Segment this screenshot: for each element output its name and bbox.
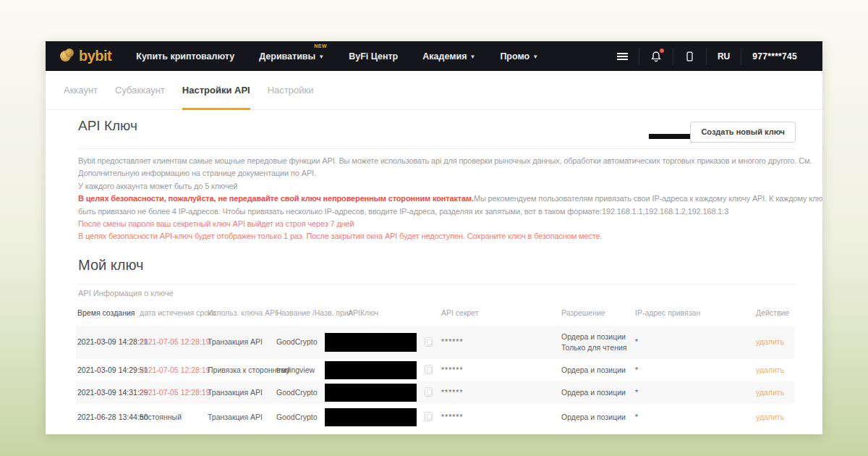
chevron-down-icon: ▼ bbox=[469, 54, 475, 60]
key-usage: Транзакция API bbox=[208, 413, 263, 421]
top-navbar: bybit Купить криптовалюту Деривативы▼NEW… bbox=[46, 41, 822, 71]
col-action: Действие bbox=[756, 308, 789, 317]
tab-account[interactable]: Аккаунт bbox=[64, 71, 98, 110]
expiry-date: 2021-07-05 12:28:19 bbox=[140, 388, 210, 397]
settings-tabs: Аккаунт Субаккаунт Настройки API Настрой… bbox=[46, 71, 822, 110]
col-app-name: Название /Назв. прил bbox=[276, 308, 353, 317]
nav-menu: Купить криптовалюту Деривативы▼NEW ByFi … bbox=[136, 51, 538, 62]
redacted-api-key bbox=[325, 361, 417, 379]
created-at: 2021-03-09 14:29:51 bbox=[77, 366, 148, 374]
redacted-api-key bbox=[325, 408, 417, 426]
col-permission: Разрешение bbox=[561, 308, 605, 317]
logo-text: bybit bbox=[79, 48, 111, 64]
table-row: 2021-03-09 14:31:29 2021-07-05 12:28:19 … bbox=[76, 381, 794, 404]
desc-line: быть привязано не более 4 IP-адресов. Чт… bbox=[78, 206, 822, 218]
nav-item-byfi-center[interactable]: ByFi Центр bbox=[349, 51, 398, 62]
ip-bound: * bbox=[635, 366, 638, 374]
app-frame: bybit Купить криптовалюту Деривативы▼NEW… bbox=[46, 41, 822, 434]
expiry-date: 2021-07-05 12:28:19 bbox=[140, 366, 210, 374]
app-name: GoodCrypto bbox=[276, 337, 318, 346]
permission: Ордера и позиции Только для чтения bbox=[561, 332, 652, 353]
notification-dot bbox=[660, 48, 664, 53]
created-at: 2021-03-09 14:28:21 bbox=[77, 337, 148, 346]
ip-bound: * bbox=[635, 413, 638, 421]
ip-bound: * bbox=[635, 337, 638, 346]
copy-icon[interactable] bbox=[425, 387, 433, 397]
table-row: 2021-03-09 14:29:51 2021-07-05 12:28:19 … bbox=[76, 359, 794, 381]
api-key-title: API Ключ bbox=[78, 118, 137, 134]
notifications-button[interactable] bbox=[639, 48, 673, 64]
created-at: 2021-06-28 13:44:50 bbox=[77, 413, 148, 421]
col-api-secret: API секрет bbox=[441, 308, 479, 317]
desc-line: У каждого аккаунта может быть до 5 ключе… bbox=[78, 180, 822, 193]
create-new-key-button[interactable]: Создать новый ключ bbox=[690, 122, 796, 143]
table-row: 2021-06-28 13:44:50 постоянный Транзакци… bbox=[76, 404, 794, 434]
settings-card: Аккаунт Субаккаунт Настройки API Настрой… bbox=[46, 71, 822, 434]
api-secret: ****** bbox=[441, 413, 464, 421]
page: bybit Купить криптовалюту Деривативы▼NEW… bbox=[0, 0, 868, 456]
table-row: 2021-03-09 14:28:21 2021-07-05 12:28:19 … bbox=[76, 326, 794, 359]
delete-key-link[interactable]: удалить bbox=[756, 413, 784, 421]
copy-icon[interactable] bbox=[425, 412, 433, 421]
api-secret: ****** bbox=[441, 366, 464, 374]
key-usage: Транзакция API bbox=[208, 337, 263, 346]
chevron-down-icon: ▼ bbox=[532, 54, 538, 60]
my-key-title: Мой ключ bbox=[78, 257, 143, 274]
app-name: GoodCrypto bbox=[276, 413, 318, 421]
ip-bound: * bbox=[635, 388, 638, 397]
api-description: Bybit предоставляет клиентам самые мощны… bbox=[78, 155, 822, 243]
expiry-date: постоянный bbox=[140, 413, 182, 421]
account-menu[interactable]: 977****745 bbox=[741, 48, 808, 64]
col-ip-bound: IP-адрес привязан bbox=[635, 308, 700, 317]
permission: Ордера и позиции bbox=[561, 413, 626, 421]
delete-key-link[interactable]: удалить bbox=[756, 366, 784, 374]
bell-icon bbox=[650, 51, 662, 62]
warning-line: В целях безопасности API-ключ будет отоб… bbox=[78, 230, 822, 242]
mobile-app-button[interactable] bbox=[673, 48, 706, 64]
warning-line: После смены пароля ваш секретный ключ AP… bbox=[78, 218, 822, 230]
key-usage: Транзакция API bbox=[208, 388, 263, 397]
phone-icon bbox=[684, 51, 695, 62]
key-info-subtitle: API Информация о ключе bbox=[78, 289, 174, 297]
col-usage: Использ. ключа API bbox=[208, 308, 277, 317]
app-name: GoodCrypto bbox=[276, 388, 318, 397]
permission: Ордера и позиции bbox=[561, 388, 626, 397]
language-selector[interactable]: RU bbox=[706, 48, 741, 64]
divider bbox=[78, 148, 796, 149]
bybit-logo[interactable]: bybit bbox=[60, 48, 111, 64]
nav-item-derivatives[interactable]: Деривативы▼NEW bbox=[259, 51, 324, 62]
tab-api-settings[interactable]: Настройки API bbox=[182, 71, 250, 110]
col-expiry: дата истечения срока bbox=[140, 308, 216, 317]
hamburger-menu-icon[interactable] bbox=[606, 48, 639, 64]
table-header: Время создания дата истечения срока Испо… bbox=[76, 304, 794, 324]
security-warning-line: В целях безопасности, пожалуйста, не пер… bbox=[78, 193, 822, 205]
col-created: Время создания bbox=[77, 308, 135, 317]
delete-key-link[interactable]: удалить bbox=[756, 388, 784, 397]
desc-line: Bybit предоставляет клиентам самые мощны… bbox=[78, 155, 822, 167]
expiry-date: 2021-07-05 12:28:19 bbox=[140, 337, 210, 346]
api-secret: ****** bbox=[441, 337, 464, 346]
api-keys-table: 2021-03-09 14:28:21 2021-07-05 12:28:19 … bbox=[76, 326, 794, 434]
nav-item-academy[interactable]: Академия▼ bbox=[422, 51, 475, 62]
permission: Ордера и позиции bbox=[561, 366, 626, 374]
copy-icon[interactable] bbox=[425, 337, 433, 347]
nav-item-buy-crypto[interactable]: Купить криптовалюту bbox=[136, 51, 234, 62]
redacted-api-key bbox=[325, 333, 417, 352]
delete-key-link[interactable]: удалить bbox=[756, 337, 784, 346]
col-api-key: APIКлюч bbox=[348, 308, 378, 317]
app-name: tradingview bbox=[276, 366, 315, 374]
tab-subaccount[interactable]: Субаккаунт bbox=[115, 71, 165, 110]
new-badge: NEW bbox=[314, 43, 327, 48]
redacted-api-key bbox=[325, 384, 417, 402]
copy-icon[interactable] bbox=[425, 365, 433, 374]
chevron-down-icon: ▼ bbox=[318, 54, 324, 60]
created-at: 2021-03-09 14:31:29 bbox=[77, 388, 148, 397]
nav-right-group: RU 977****745 bbox=[606, 41, 808, 71]
bybit-coins-icon bbox=[60, 48, 76, 64]
nav-item-promo[interactable]: Промо▼ bbox=[500, 51, 538, 62]
tab-settings[interactable]: Настройки bbox=[268, 71, 314, 110]
api-secret: ****** bbox=[441, 388, 464, 397]
desc-line: Дополнительную информацию на странице до… bbox=[78, 167, 822, 180]
divider bbox=[78, 284, 796, 284]
